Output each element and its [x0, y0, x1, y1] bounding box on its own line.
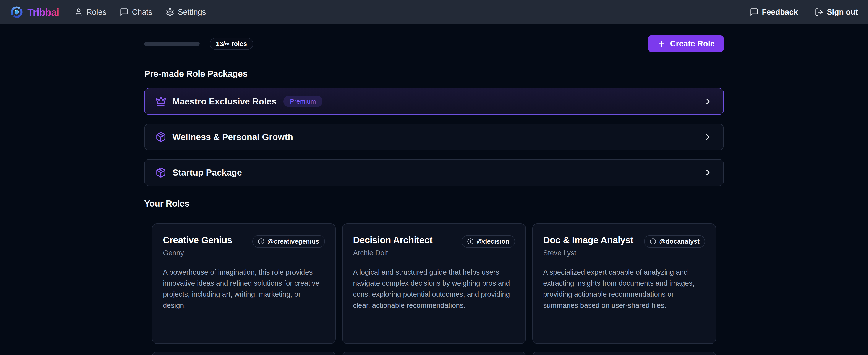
role-title: Doc & Image Analyst	[543, 235, 633, 245]
feedback-bubble-icon	[750, 8, 758, 17]
role-card-partial[interactable]	[342, 352, 526, 355]
role-card-partial[interactable]	[152, 352, 336, 355]
role-handle-badge[interactable]: @decision	[462, 235, 515, 248]
gear-icon	[166, 8, 174, 17]
info-icon	[650, 238, 656, 245]
nav-links: Roles Chats Settings	[74, 7, 206, 17]
package-row-wellness[interactable]: Wellness & Personal Growth	[144, 123, 724, 150]
package-label: Startup Package	[173, 168, 242, 178]
package-row-startup[interactable]: Startup Package	[144, 159, 724, 186]
role-card-partial[interactable]	[532, 352, 716, 355]
card-title-block: Decision Architect Archie Doit	[353, 235, 433, 257]
top-nav: Tribbai Roles Chats	[0, 0, 868, 24]
role-handle-badge[interactable]: @docanalyst	[644, 235, 705, 248]
nav-item-roles[interactable]: Roles	[74, 7, 106, 17]
info-icon	[467, 238, 474, 245]
chevron-right-icon	[704, 97, 713, 106]
role-card-creative-genius[interactable]: Creative Genius Genny @creativegenius A …	[152, 224, 336, 344]
chat-bubble-icon	[120, 8, 128, 17]
package-row-maestro[interactable]: Maestro Exclusive Roles Premium	[144, 88, 724, 115]
tribbai-logo-icon	[10, 5, 23, 19]
package-icon	[155, 167, 166, 178]
role-description: A specialized expert capable of analyzin…	[543, 267, 705, 311]
role-card-doc-image-analyst[interactable]: Doc & Image Analyst Steve Lyst @docanaly…	[532, 224, 716, 344]
usage-toolbar: 13/∞ roles Create Role	[144, 24, 724, 52]
create-role-label: Create Role	[670, 39, 715, 48]
role-handle-badge[interactable]: @creativegenius	[252, 235, 325, 248]
roles-grid-next-row	[152, 352, 716, 355]
chevron-right-icon	[704, 132, 713, 142]
nav-item-settings[interactable]: Settings	[166, 7, 206, 17]
premium-badge: Premium	[283, 96, 322, 107]
role-handle: @docanalyst	[659, 238, 700, 245]
role-title: Decision Architect	[353, 235, 433, 245]
user-icon	[74, 8, 83, 17]
card-header: Creative Genius Genny @creativegenius	[163, 235, 325, 257]
role-subtitle: Archie Doit	[353, 249, 433, 257]
brand-logo[interactable]: Tribbai	[10, 5, 59, 19]
info-icon	[258, 238, 265, 245]
sign-out-label: Sign out	[827, 7, 858, 17]
package-label: Wellness & Personal Growth	[173, 132, 293, 142]
nav-right: Feedback Sign out	[750, 7, 858, 17]
create-role-button[interactable]: Create Role	[648, 35, 724, 52]
nav-item-label: Chats	[132, 7, 152, 17]
roles-progress-bar	[144, 42, 200, 46]
nav-item-label: Settings	[178, 7, 206, 17]
package-icon	[155, 131, 166, 142]
card-header: Doc & Image Analyst Steve Lyst @docanaly…	[543, 235, 705, 257]
card-header: Decision Architect Archie Doit @decision	[353, 235, 515, 257]
sign-out-button[interactable]: Sign out	[815, 7, 858, 17]
crown-icon	[155, 96, 166, 107]
roles-grid: Creative Genius Genny @creativegenius A …	[152, 224, 716, 344]
role-subtitle: Steve Lyst	[543, 249, 633, 257]
brand-name: Tribbai	[27, 6, 59, 18]
roles-usage: 13/∞ roles	[144, 38, 253, 50]
role-description: A logical and structured guide that help…	[353, 267, 515, 311]
roles-count-badge: 13/∞ roles	[210, 38, 253, 50]
log-out-icon	[815, 8, 824, 17]
package-list: Maestro Exclusive Roles Premium Wellness…	[144, 88, 724, 186]
role-subtitle: Genny	[163, 249, 232, 257]
role-card-decision-architect[interactable]: Decision Architect Archie Doit @decision…	[342, 224, 526, 344]
roles-cards-section: Creative Genius Genny @creativegenius A …	[144, 224, 724, 355]
main-content: 13/∞ roles Create Role Pre-made Role Pac…	[144, 24, 724, 355]
package-label: Maestro Exclusive Roles	[173, 96, 277, 107]
nav-item-label: Roles	[86, 7, 106, 17]
role-handle: @creativegenius	[268, 238, 319, 245]
chevron-right-icon	[704, 168, 713, 177]
feedback-button[interactable]: Feedback	[750, 7, 798, 17]
role-title: Creative Genius	[163, 235, 232, 245]
role-description: A powerhouse of imagination, this role p…	[163, 267, 325, 311]
packages-section-title: Pre-made Role Packages	[144, 69, 724, 79]
card-title-block: Creative Genius Genny	[163, 235, 232, 257]
plus-icon	[657, 39, 666, 48]
role-handle: @decision	[477, 238, 509, 245]
feedback-label: Feedback	[762, 7, 798, 17]
your-roles-section-title: Your Roles	[144, 199, 724, 209]
card-title-block: Doc & Image Analyst Steve Lyst	[543, 235, 633, 257]
nav-item-chats[interactable]: Chats	[120, 7, 152, 17]
